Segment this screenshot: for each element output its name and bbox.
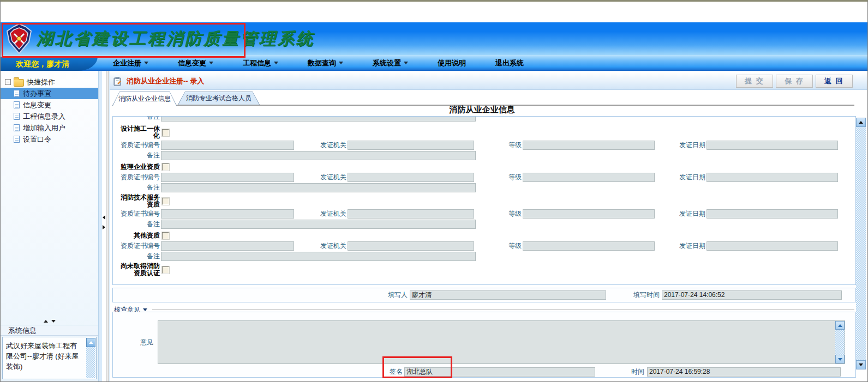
- remark-input[interactable]: [161, 117, 476, 122]
- splitter-up-icon: [44, 320, 48, 323]
- section-supervision: 监理企业资质: [113, 162, 855, 172]
- document-icon: [14, 113, 20, 120]
- filler-panel: 填写人 廖才清 填写时间 2017-07-24 14:06:52: [112, 288, 856, 302]
- tree-item-label: 待办事宜: [23, 89, 51, 99]
- field-label-issue-date: 发证日期: [655, 173, 705, 182]
- enterprise-form-panel: 备注 设计施工一体化 资质证书编号 发证机关 等级 发证日期 备注: [112, 116, 856, 285]
- tree-root-quick-actions[interactable]: 快捷操作: [1, 76, 98, 88]
- field-label-issue-date: 发证日期: [655, 209, 705, 219]
- section-other: 其他资质: [113, 231, 855, 240]
- field-label-remark: 备注: [115, 183, 160, 192]
- document-icon: [14, 136, 20, 143]
- remark-input[interactable]: [161, 252, 476, 261]
- back-button[interactable]: 返 回: [816, 75, 853, 88]
- field-label-grade: 等级: [474, 241, 522, 251]
- scroll-down-button[interactable]: [835, 355, 845, 363]
- folder-icon: [14, 79, 24, 87]
- filler-label: 填写人: [369, 290, 408, 300]
- remark-input[interactable]: [161, 183, 476, 192]
- sidebar-item-project-entry[interactable]: 工程信息录入: [1, 111, 98, 122]
- filler-time-label: 填写时间: [633, 290, 660, 300]
- sidebar-item-todo[interactable]: 待办事宜: [1, 88, 98, 99]
- system-title: 湖北省建设工程消防质量管理系统: [37, 28, 315, 50]
- menu-item-system-settings[interactable]: 系统设置: [365, 58, 416, 68]
- section-fire-tech-service: 消防技术服务资质: [113, 194, 855, 208]
- submit-button[interactable]: 提 交: [736, 75, 773, 88]
- cert-fields-row: 资质证书编号 发证机关 等级 发证日期: [113, 209, 855, 219]
- tree-item-label: 工程信息录入: [23, 112, 65, 122]
- opinion-textarea[interactable]: [158, 320, 845, 364]
- no-cert-checkbox[interactable]: [162, 266, 169, 274]
- collapse-section-icon[interactable]: [143, 308, 147, 311]
- menu-label: 企业注册: [113, 58, 141, 68]
- field-label-grade: 等级: [474, 209, 522, 219]
- tab-qualified-personnel[interactable]: 消防专业考试合格人员: [178, 92, 260, 105]
- save-button[interactable]: 保 存: [776, 75, 813, 88]
- scroll-down-button[interactable]: [856, 360, 866, 369]
- section-no-certification: 尚未取得消防资质认证: [113, 263, 855, 277]
- scroll-up-button[interactable]: [856, 118, 866, 127]
- cert-no-input[interactable]: [161, 209, 294, 219]
- field-label-remark: 备注: [115, 117, 160, 122]
- sysinfo-scrollbar[interactable]: [86, 338, 95, 378]
- quick-actions-tree: 快捷操作 待办事宜 信息变更 工程信息录入 增加输入用户 设置口令: [1, 71, 98, 145]
- form-vertical-scrollbar[interactable]: [856, 118, 866, 369]
- grade-input[interactable]: [523, 141, 655, 150]
- other-checkbox[interactable]: [162, 232, 169, 239]
- issuer-input[interactable]: [348, 241, 474, 251]
- remark-input[interactable]: [161, 220, 476, 229]
- supervision-checkbox[interactable]: [162, 163, 169, 171]
- sidebar-item-set-password[interactable]: 设置口令: [1, 134, 98, 145]
- section-label: 设计施工一体化: [115, 125, 160, 140]
- issue-date-input[interactable]: [707, 241, 838, 251]
- field-label-cert-no: 资质证书编号: [115, 241, 160, 251]
- splitter-down-icon: [51, 320, 56, 323]
- issuer-input[interactable]: [348, 209, 474, 219]
- issue-date-input[interactable]: [707, 141, 838, 150]
- grade-input[interactable]: [523, 241, 655, 251]
- menu-item-help[interactable]: 使用说明: [430, 58, 474, 68]
- cert-fields-row: 资质证书编号 发证机关 等级 发证日期: [113, 173, 855, 182]
- menu-item-enterprise-register[interactable]: 企业注册: [105, 58, 156, 68]
- tree-item-label: 设置口令: [23, 135, 51, 144]
- dropdown-arrow-icon: [339, 62, 343, 64]
- issuer-input[interactable]: [348, 173, 474, 182]
- signature-row: 签名 湖北总队 时间 2017-07-24 16:59:28: [113, 367, 855, 377]
- menu-label: 工程信息: [243, 58, 271, 68]
- sidebar-collapse-splitter[interactable]: [99, 71, 110, 381]
- splitter-arrows[interactable]: [103, 215, 105, 229]
- sysinfo-title: 系统信息: [1, 326, 98, 336]
- menu-item-project-info[interactable]: 工程信息: [235, 58, 286, 68]
- issue-date-input[interactable]: [707, 209, 838, 219]
- opinion-scrollbar[interactable]: [835, 321, 845, 363]
- tab-label: 消防专业考试合格人员: [178, 92, 259, 105]
- scroll-up-button[interactable]: [835, 321, 845, 330]
- remark-row: 备注: [113, 220, 855, 229]
- issuer-input[interactable]: [348, 141, 474, 150]
- issue-date-input[interactable]: [707, 173, 838, 182]
- scroll-up-icon: [859, 121, 863, 124]
- menu-item-logout[interactable]: 退出系统: [488, 58, 531, 68]
- menu-item-data-query[interactable]: 数据查询: [300, 58, 351, 68]
- sidebar-item-info-change[interactable]: 信息变更: [1, 99, 98, 111]
- toolbar: 提 交 保 存 返 回: [736, 75, 853, 88]
- grade-input[interactable]: [523, 209, 655, 219]
- sidebar-item-add-user[interactable]: 增加输入用户: [1, 122, 98, 134]
- design-build-checkbox[interactable]: [162, 129, 169, 136]
- scroll-up-button[interactable]: [86, 338, 95, 347]
- opinion-label: 意见: [113, 338, 153, 347]
- grade-input[interactable]: [523, 173, 655, 182]
- fire-tech-checkbox[interactable]: [162, 198, 169, 205]
- sidebar-splitter-handle[interactable]: [1, 317, 98, 325]
- content-title-bar: 消防从业企业注册-- 录入 提 交 保 存 返 回: [110, 73, 867, 90]
- cert-no-input[interactable]: [161, 141, 294, 150]
- collapse-minus-icon[interactable]: [5, 79, 11, 85]
- remark-input[interactable]: [161, 151, 476, 160]
- cert-no-input[interactable]: [161, 241, 294, 251]
- tree-item-label: 信息变更: [23, 100, 51, 110]
- remark-row: 备注: [113, 252, 855, 261]
- menu-item-info-change[interactable]: 信息变更: [170, 58, 221, 68]
- tab-enterprise-info[interactable]: 消防从业企业信息: [112, 92, 177, 106]
- cert-no-input[interactable]: [161, 173, 294, 182]
- field-label-cert-no: 资质证书编号: [115, 141, 160, 150]
